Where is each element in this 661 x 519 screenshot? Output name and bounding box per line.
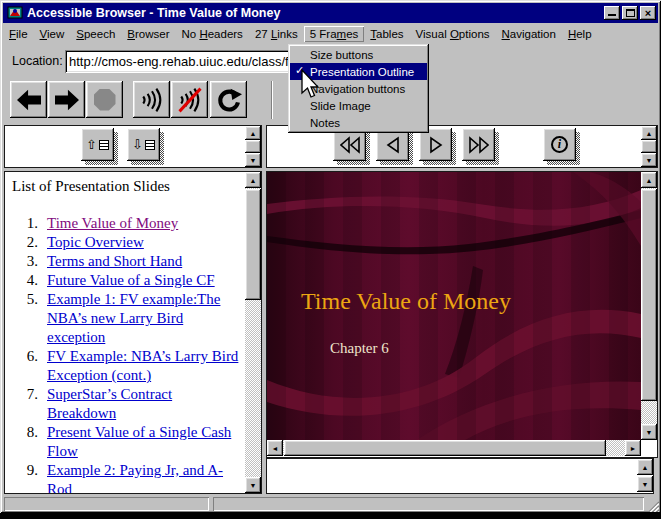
slide-link-9[interactable]: Example 2: Paying Jr, and A-Rod <box>47 461 243 494</box>
slide-link-8[interactable]: Present Value of a Single Cash Flow <box>47 423 243 461</box>
down-arrow-icon: ▼ <box>642 481 649 488</box>
outline-buttons-pane: ⇧ ⇩ ▲ ▼ <box>4 125 262 168</box>
slide-link-4[interactable]: Future Value of a Single CF <box>47 271 243 290</box>
slide-link-3[interactable]: Terms and Short Hand <box>47 252 243 271</box>
scroll-down-button[interactable]: ▼ <box>641 424 657 440</box>
up-arrow-icon: ▲ <box>646 177 653 184</box>
down-arrow-icon: ▼ <box>250 157 257 164</box>
list-item: 8.Present Value of a Single Cash Flow <box>7 423 243 461</box>
double-left-arrow-icon <box>340 136 360 154</box>
slide-horizontal-scrollbar[interactable]: ◄ ► <box>267 440 641 456</box>
stop-button[interactable] <box>86 81 123 118</box>
scroll-right-button[interactable]: ► <box>625 440 641 456</box>
reload-icon <box>216 87 242 113</box>
right-arrow-icon: ► <box>630 445 637 452</box>
menu-navigation[interactable]: Navigation <box>496 26 562 42</box>
scrollbar-thumb[interactable] <box>641 189 657 401</box>
minimize-icon <box>608 9 616 16</box>
scroll-up-button[interactable]: ▲ <box>245 126 261 140</box>
menu-item-size-buttons[interactable]: Size buttons <box>290 46 427 63</box>
scroll-up-button[interactable]: ▲ <box>637 459 653 475</box>
list-item: 7.SuperStar’s Contract Breakdown <box>7 385 243 423</box>
up-arrow-icon: ▲ <box>250 177 257 184</box>
slide-link-6[interactable]: FV Example: NBA’s Larry Bird Exception (… <box>47 347 243 385</box>
outline-heading: List of Presentation Slides <box>7 178 243 195</box>
mute-button[interactable] <box>171 81 208 118</box>
window-title: Accessible Browser - Time Value of Money <box>27 6 602 20</box>
next-slide-button[interactable] <box>419 128 457 166</box>
previous-slide-button[interactable] <box>376 128 414 166</box>
back-button[interactable] <box>10 81 47 118</box>
slide-link-1[interactable]: Time Value of Money <box>47 214 243 233</box>
scroll-up-button[interactable]: ▲ <box>245 172 261 188</box>
first-slide-button[interactable] <box>333 128 371 166</box>
slide-link-7[interactable]: SuperStar’s Contract Breakdown <box>47 385 243 423</box>
scrollbar-thumb[interactable] <box>284 440 606 456</box>
list-item: 9.Example 2: Paying Jr, and A-Rod <box>7 461 243 494</box>
speak-button[interactable] <box>133 81 170 118</box>
scroll-up-button[interactable]: ▲ <box>641 172 657 188</box>
up-arrow-icon: ▲ <box>250 130 257 137</box>
slide-info-button[interactable]: i <box>543 128 581 166</box>
slide-list: 1.Time Value of Money 2.Topic Overview 3… <box>7 214 243 494</box>
slide-subtitle: Chapter 6 <box>330 340 389 356</box>
minimize-button[interactable] <box>604 6 620 20</box>
scroll-down-button[interactable]: ▼ <box>641 153 657 167</box>
down-arrow-icon: ▼ <box>646 429 653 436</box>
up-arrow-page-icon: ⇧ <box>86 138 109 151</box>
collapse-outline-button[interactable]: ⇧ <box>81 128 119 166</box>
resize-grip[interactable] <box>646 499 659 512</box>
menu-view[interactable]: View <box>34 26 71 42</box>
last-slide-button[interactable] <box>462 128 500 166</box>
down-arrow-list-icon: ⇩ <box>132 138 155 151</box>
menu-bar: File View Speech Browser No Headers 27 L… <box>3 24 658 43</box>
menu-no-headers[interactable]: No Headers <box>175 26 248 42</box>
outline-scrollbar[interactable]: ▲ ▼ <box>245 172 261 493</box>
scrollbar-thumb[interactable] <box>641 140 657 153</box>
scrollbar-thumb[interactable] <box>245 189 261 300</box>
forward-arrow-icon <box>53 88 81 112</box>
speech-waves-icon <box>138 85 166 115</box>
menu-27-links[interactable]: 27 Links <box>249 26 304 42</box>
menu-tables[interactable]: Tables <box>364 26 409 42</box>
reload-button[interactable] <box>210 81 247 118</box>
expand-outline-button[interactable]: ⇩ <box>127 128 165 166</box>
menu-browser[interactable]: Browser <box>121 26 175 42</box>
double-right-arrow-icon <box>469 136 489 154</box>
outline-buttons-scrollbar[interactable]: ▲ ▼ <box>245 126 261 167</box>
menu-speech[interactable]: Speech <box>70 26 121 42</box>
slide-nav-scrollbar[interactable]: ▲ ▼ <box>641 126 657 167</box>
menu-5-frames[interactable]: 5 Frames <box>304 26 365 42</box>
menu-item-notes[interactable]: Notes <box>290 114 427 131</box>
notes-scrollbar[interactable]: ▲ ▼ <box>637 459 653 493</box>
list-item: 4.Future Value of a Single CF <box>7 271 243 290</box>
scroll-down-button[interactable]: ▼ <box>637 476 653 492</box>
back-arrow-icon <box>15 88 43 112</box>
maximize-icon <box>626 9 635 17</box>
maximize-button[interactable] <box>622 6 638 20</box>
close-icon: × <box>645 8 651 19</box>
left-arrow-icon <box>386 136 400 154</box>
scroll-down-button[interactable]: ▼ <box>245 477 261 493</box>
menu-visual-options[interactable]: Visual Options <box>410 26 496 42</box>
close-button[interactable]: × <box>640 6 656 20</box>
scroll-down-button[interactable]: ▼ <box>245 153 261 167</box>
forward-button[interactable] <box>48 81 85 118</box>
down-arrow-icon: ▼ <box>646 157 653 164</box>
status-panel-right <box>213 497 644 511</box>
slide-link-5[interactable]: Example 1: FV example:The NBA’s new Larr… <box>47 290 243 347</box>
menu-help[interactable]: Help <box>562 26 598 42</box>
status-panel-left <box>4 497 209 511</box>
menu-file[interactable]: File <box>3 26 34 42</box>
scrollbar-thumb[interactable] <box>245 140 261 153</box>
down-arrow-icon: ▼ <box>250 482 257 489</box>
stop-octagon-icon <box>94 89 116 111</box>
slide-link-2[interactable]: Topic Overview <box>47 233 243 252</box>
scroll-up-button[interactable]: ▲ <box>641 126 657 140</box>
scroll-left-button[interactable]: ◄ <box>267 440 283 456</box>
slide-vertical-scrollbar[interactable]: ▲ ▼ <box>641 172 657 440</box>
list-item: 5.Example 1: FV example:The NBA’s new La… <box>7 290 243 347</box>
location-label: Location: <box>12 54 63 68</box>
list-item: 2.Topic Overview <box>7 233 243 252</box>
slide-image-pane: Time Value of Money Chapter 6 ▲ ▼ ◄ ► <box>266 171 658 458</box>
